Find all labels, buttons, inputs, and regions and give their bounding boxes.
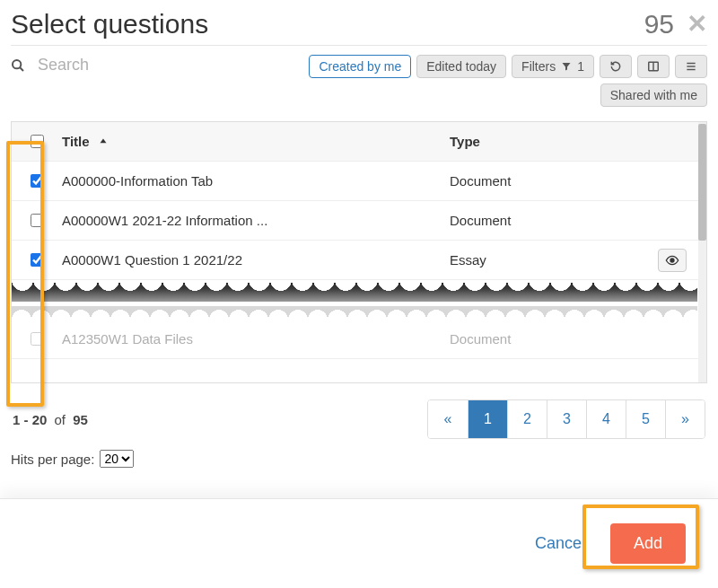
reset-filters-button[interactable] [600,55,632,78]
search-input[interactable] [36,55,300,75]
list-icon [685,60,697,73]
table-row[interactable]: A000000-Information Tab Document [12,162,706,201]
add-button[interactable]: Add [610,523,686,564]
torn-edge-bottom [12,306,697,320]
filter-created-by-me[interactable]: Created by me [309,55,411,78]
pagination: « 1 2 3 4 5 » [427,399,705,439]
page-next[interactable]: » [665,400,705,438]
row-checkbox[interactable] [31,332,44,346]
columns-button[interactable] [637,55,670,78]
pagination-range: 1 - 20 of 95 [13,412,88,427]
filter-edited-today[interactable]: Edited today [416,55,506,78]
preview-button[interactable] [658,249,687,272]
table-header-row: Title Type [12,122,706,162]
close-icon[interactable]: ✕ [687,12,707,37]
filter-shared-with-me[interactable]: Shared with me [600,83,707,107]
row-title: A000000-Information Tab [62,173,450,189]
results-table: Title Type A000000-Information Tab Docum… [11,121,707,383]
hits-per-page-select[interactable]: 20 [100,450,134,468]
table-row[interactable]: A12350W1 Data Files Document [12,320,706,359]
page-2[interactable]: 2 [507,400,547,438]
row-type: Document [450,213,647,228]
result-count: 95 [644,9,674,39]
hits-per-page: Hits per page: 20 [11,450,707,468]
undo-icon [609,60,622,73]
sort-asc-icon [97,136,109,148]
row-title: A12350W1 Data Files [62,331,450,347]
row-checkbox[interactable] [31,253,44,267]
scrollbar-thumb[interactable] [698,124,706,241]
svg-point-0 [13,60,21,68]
row-checkbox[interactable] [31,214,44,227]
svg-line-1 [20,67,23,71]
row-type: Essay [450,252,647,268]
svg-point-7 [670,259,674,262]
row-type: Document [450,331,647,347]
dialog-title: Select questions [11,9,208,39]
row-title: A00000W1 2021-22 Information ... [62,213,450,228]
torn-edge-top [12,280,697,302]
filter-filters[interactable]: Filters 1 [512,55,594,78]
page-prev[interactable]: « [428,400,468,438]
row-title: A0000W1 Question 1 2021/22 [62,252,450,268]
select-all-checkbox[interactable] [31,135,44,148]
page-5[interactable]: 5 [626,400,665,438]
eye-icon [665,253,679,268]
view-list-button[interactable] [675,55,707,78]
table-row[interactable]: A0000W1 Question 1 2021/22 Essay [12,241,706,280]
row-type: Document [450,173,647,189]
column-header-type[interactable]: Type [450,134,647,149]
row-checkbox[interactable] [31,174,44,188]
column-header-title[interactable]: Title [62,134,450,149]
search-icon [11,58,25,73]
cancel-button[interactable]: Cancel [535,534,585,553]
toolbar: Created by me Edited today Filters 1 [11,46,707,116]
page-4[interactable]: 4 [586,400,626,438]
table-row[interactable]: A00000W1 2021-22 Information ... Documen… [12,201,706,241]
page-1[interactable]: 1 [468,400,507,438]
dialog-header: Select questions 95 ✕ [11,9,707,46]
page-3[interactable]: 3 [547,400,586,438]
scrollbar[interactable] [698,122,706,382]
columns-icon [647,60,660,73]
filter-icon [561,61,572,72]
dialog-footer: Cancel Add [0,498,718,588]
